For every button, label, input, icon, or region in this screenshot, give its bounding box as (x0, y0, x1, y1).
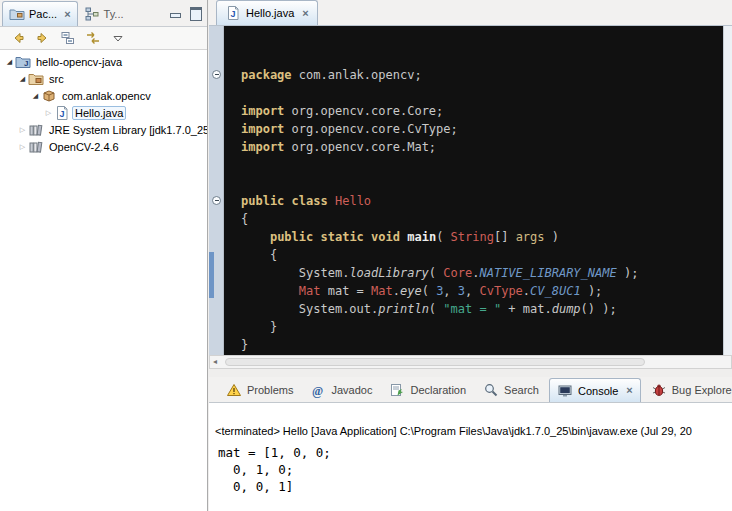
view-tab-label: Pac... (29, 8, 57, 20)
editor-tabbar: J Hello.java × (209, 0, 732, 26)
explorer-tabbar: Pac...×Ty... (0, 0, 207, 27)
code-line (241, 84, 723, 102)
code-line: import org.opencv.core.CvType; (241, 120, 723, 138)
close-icon[interactable]: × (64, 9, 70, 20)
console-icon (557, 383, 573, 399)
code-lines: package com.anlak.opencv; import org.ope… (241, 66, 723, 354)
range-indicator (209, 252, 214, 298)
back-button[interactable] (10, 30, 26, 46)
tree-item-hello-java[interactable]: ▷JHello.java (0, 104, 207, 121)
library-icon (28, 139, 44, 155)
fold-collapse-icon[interactable] (212, 196, 221, 205)
java-file-icon: J (54, 105, 70, 121)
console-tab-problems[interactable]: Problems (219, 378, 300, 402)
tree-item-label: JRE System Library [jdk1.7.0_25] (46, 123, 207, 137)
code-line: } (241, 318, 723, 336)
package-explorer-panel: Pac...×Ty... ◢Jhello-opencv-java◢src◢com… (0, 0, 208, 511)
expand-arrow-icon[interactable]: ▷ (43, 104, 54, 121)
console-tabbar: Problems@JavadocDeclarationSearchConsole… (209, 377, 732, 403)
code-line: Mat mat = Mat.eye( 3, 3, CvType.CV_8UC1 … (241, 282, 723, 300)
code-line: } (241, 336, 723, 354)
java-project-icon: J (15, 54, 31, 70)
console-tab-label: Console (578, 385, 618, 397)
tree-item-label: com.anlak.opencv (59, 89, 154, 103)
console-tab-javadoc[interactable]: @Javadoc (303, 378, 379, 402)
code-line: public static void main( String[] args ) (241, 228, 723, 246)
tree-item-src[interactable]: ◢src (0, 70, 207, 87)
overview-ruler[interactable] (723, 26, 732, 355)
collapse-all-button[interactable] (60, 30, 76, 46)
eclipse-window: Pac...×Ty... ◢Jhello-opencv-java◢src◢com… (0, 0, 732, 511)
declaration-icon (389, 382, 405, 398)
console-output[interactable]: mat = [1, 0, 0; 0, 1, 0; 0, 0, 1] (218, 444, 732, 495)
search-icon (483, 382, 499, 398)
package-explorer-icon (9, 6, 25, 22)
close-icon[interactable]: × (626, 385, 632, 396)
view-tab-pac[interactable]: Pac...× (2, 1, 78, 26)
tree-item-com-anlak-opencv[interactable]: ◢com.anlak.opencv (0, 87, 207, 104)
console-status-line: <terminated> Hello [Java Application] C:… (215, 425, 732, 437)
console-tab-label: Problems (247, 384, 293, 396)
tree-item-jre-system-library-jdk1-7-0-25[interactable]: ▷JRE System Library [jdk1.7.0_25] (0, 121, 207, 138)
fold-collapse-icon[interactable] (212, 70, 221, 79)
package-icon (41, 88, 57, 104)
type-hierarchy-icon (84, 6, 100, 22)
tree-item-opencv-2-4-6[interactable]: ▷OpenCV-2.4.6 (0, 138, 207, 155)
scrollbar-thumb[interactable] (225, 358, 645, 366)
tree-item-hello-opencv-java[interactable]: ◢Jhello-opencv-java (0, 53, 207, 70)
panel-window-buttons (169, 7, 202, 19)
collapse-arrow-icon[interactable]: ◢ (17, 70, 28, 87)
editor-horizontal-scrollbar[interactable]: ◂ (209, 355, 732, 369)
forward-button[interactable] (35, 30, 51, 46)
source-folder-icon (28, 71, 44, 87)
console-tab-declaration[interactable]: Declaration (382, 378, 473, 402)
svg-text:J: J (60, 109, 65, 119)
problems-icon (226, 382, 242, 398)
maximize-icon[interactable] (189, 7, 202, 19)
console-tab-label: Bug Explorer (672, 384, 732, 396)
svg-text:J: J (24, 59, 28, 68)
svg-text:@: @ (312, 384, 323, 398)
view-menu-button[interactable] (110, 30, 126, 46)
javadoc-icon: @ (310, 382, 326, 398)
console-tab-label: Search (504, 384, 539, 396)
view-tab-ty[interactable]: Ty... (78, 1, 130, 26)
tree-item-label: Hello.java (72, 106, 126, 120)
tree-item-label: src (46, 72, 67, 86)
console-tab-search[interactable]: Search (476, 378, 546, 402)
collapse-arrow-icon[interactable]: ◢ (30, 87, 41, 104)
code-line (241, 156, 723, 174)
folding-ruler[interactable] (209, 26, 224, 355)
collapse-arrow-icon[interactable]: ◢ (4, 53, 15, 70)
svg-text:J: J (231, 9, 236, 19)
code-line (241, 174, 723, 192)
editor-area: J Hello.java × package com.anlak.opencv;… (209, 0, 732, 511)
code-line: public class Hello (241, 192, 723, 210)
bug-icon (651, 382, 667, 398)
console-tab-console[interactable]: Console× (549, 378, 641, 402)
java-file-icon: J (225, 5, 241, 21)
code-editor: package com.anlak.opencv; import org.ope… (209, 26, 732, 355)
console-tab-bug-explorer[interactable]: Bug Explorer (644, 378, 732, 402)
library-icon (28, 122, 44, 138)
console-tab-label: Declaration (410, 384, 466, 396)
code-line: { (241, 210, 723, 228)
editor-tab-hello-java[interactable]: J Hello.java × (216, 0, 318, 25)
code-text-area[interactable]: package com.anlak.opencv; import org.ope… (224, 26, 723, 355)
console-tab-label: Javadoc (331, 384, 372, 396)
scroll-left-icon[interactable]: ◂ (210, 358, 217, 366)
tree-item-label: hello-opencv-java (33, 55, 125, 69)
project-tree: ◢Jhello-opencv-java◢src◢com.anlak.opencv… (0, 50, 207, 155)
code-line: System.out.println( "mat = " + mat.dump(… (241, 300, 723, 318)
link-with-editor-button[interactable] (85, 30, 101, 46)
expand-arrow-icon[interactable]: ▷ (17, 121, 28, 138)
close-icon[interactable]: × (302, 8, 308, 19)
code-line: import org.opencv.core.Mat; (241, 138, 723, 156)
console-view: <terminated> Hello [Java Application] C:… (209, 403, 732, 511)
code-line: import org.opencv.core.Core; (241, 102, 723, 120)
tree-item-label: OpenCV-2.4.6 (46, 140, 122, 154)
code-line: System.loadLibrary( Core.NATIVE_LIBRARY_… (241, 264, 723, 282)
expand-arrow-icon[interactable]: ▷ (17, 138, 28, 155)
minimize-icon[interactable] (169, 7, 182, 19)
code-line: { (241, 246, 723, 264)
